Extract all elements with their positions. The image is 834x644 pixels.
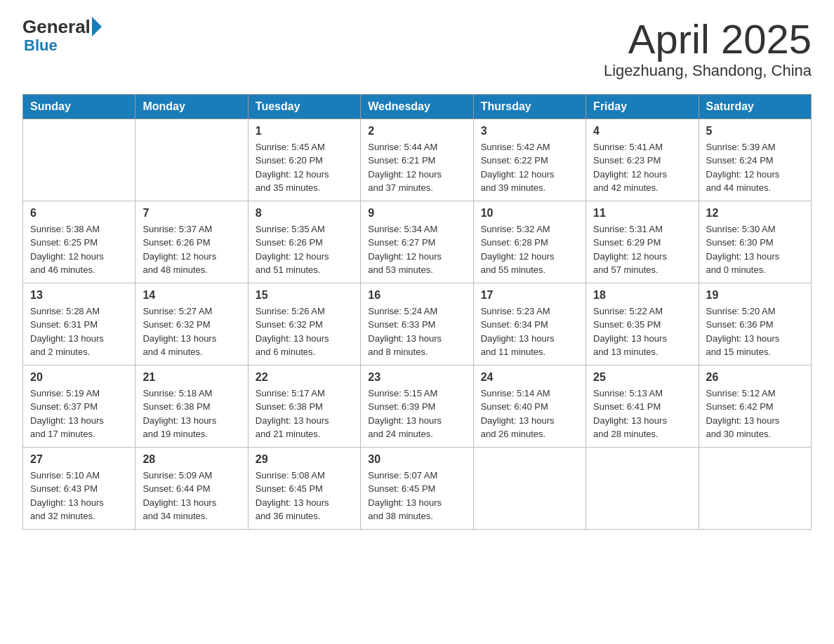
calendar-cell	[135, 119, 248, 201]
calendar-cell: 18Sunrise: 5:22 AMSunset: 6:35 PMDayligh…	[586, 283, 699, 365]
day-number: 15	[256, 289, 353, 302]
day-info: Sunrise: 5:28 AMSunset: 6:31 PMDaylight:…	[30, 304, 128, 359]
calendar-table: SundayMondayTuesdayWednesdayThursdayFrid…	[22, 94, 812, 530]
day-info: Sunrise: 5:39 AMSunset: 6:24 PMDaylight:…	[706, 140, 804, 195]
calendar-cell	[473, 447, 585, 529]
calendar-cell	[23, 119, 135, 201]
logo: General Blue	[22, 17, 102, 55]
calendar-cell: 13Sunrise: 5:28 AMSunset: 6:31 PMDayligh…	[23, 283, 135, 365]
day-number: 9	[368, 207, 465, 220]
calendar-cell: 8Sunrise: 5:35 AMSunset: 6:26 PMDaylight…	[248, 201, 360, 283]
day-info: Sunrise: 5:35 AMSunset: 6:26 PMDaylight:…	[256, 222, 353, 277]
calendar-week-row: 13Sunrise: 5:28 AMSunset: 6:31 PMDayligh…	[23, 283, 812, 365]
day-number: 28	[143, 453, 240, 466]
calendar-cell: 11Sunrise: 5:31 AMSunset: 6:29 PMDayligh…	[586, 201, 699, 283]
calendar-header-tuesday: Tuesday	[248, 94, 360, 119]
day-info: Sunrise: 5:22 AMSunset: 6:35 PMDaylight:…	[593, 304, 691, 359]
day-info: Sunrise: 5:26 AMSunset: 6:32 PMDaylight:…	[256, 304, 353, 359]
calendar-cell	[586, 447, 699, 529]
calendar-cell: 20Sunrise: 5:19 AMSunset: 6:37 PMDayligh…	[23, 365, 135, 447]
calendar-cell: 26Sunrise: 5:12 AMSunset: 6:42 PMDayligh…	[699, 365, 811, 447]
day-info: Sunrise: 5:34 AMSunset: 6:27 PMDaylight:…	[368, 222, 465, 277]
calendar-week-row: 27Sunrise: 5:10 AMSunset: 6:43 PMDayligh…	[23, 447, 812, 529]
day-info: Sunrise: 5:08 AMSunset: 6:45 PMDaylight:…	[256, 469, 353, 523]
day-number: 6	[30, 207, 128, 220]
calendar-cell: 25Sunrise: 5:13 AMSunset: 6:41 PMDayligh…	[586, 365, 699, 447]
calendar-cell: 4Sunrise: 5:41 AMSunset: 6:23 PMDaylight…	[586, 119, 699, 201]
calendar-week-row: 6Sunrise: 5:38 AMSunset: 6:25 PMDaylight…	[23, 201, 812, 283]
day-number: 8	[256, 207, 353, 220]
calendar-cell: 1Sunrise: 5:45 AMSunset: 6:20 PMDaylight…	[248, 119, 360, 201]
calendar-cell: 29Sunrise: 5:08 AMSunset: 6:45 PMDayligh…	[248, 447, 360, 529]
day-number: 19	[706, 289, 804, 302]
calendar-cell: 21Sunrise: 5:18 AMSunset: 6:38 PMDayligh…	[135, 365, 248, 447]
day-number: 24	[481, 371, 578, 384]
day-number: 4	[593, 125, 691, 137]
day-info: Sunrise: 5:38 AMSunset: 6:25 PMDaylight:…	[30, 222, 128, 277]
day-number: 12	[706, 207, 804, 220]
calendar-cell	[699, 447, 811, 529]
day-info: Sunrise: 5:32 AMSunset: 6:28 PMDaylight:…	[481, 222, 578, 277]
day-number: 30	[368, 453, 465, 466]
day-info: Sunrise: 5:27 AMSunset: 6:32 PMDaylight:…	[143, 304, 240, 359]
calendar-cell: 24Sunrise: 5:14 AMSunset: 6:40 PMDayligh…	[473, 365, 585, 447]
day-number: 23	[368, 371, 465, 384]
calendar-header-saturday: Saturday	[699, 94, 811, 119]
calendar-header-row: SundayMondayTuesdayWednesdayThursdayFrid…	[23, 94, 812, 119]
day-number: 17	[481, 289, 578, 302]
day-number: 5	[706, 125, 804, 137]
logo-blue-text: Blue	[24, 36, 58, 54]
day-info: Sunrise: 5:24 AMSunset: 6:33 PMDaylight:…	[368, 304, 465, 359]
day-number: 13	[30, 289, 128, 302]
day-number: 11	[593, 207, 691, 220]
calendar-week-row: 1Sunrise: 5:45 AMSunset: 6:20 PMDaylight…	[23, 119, 812, 201]
day-info: Sunrise: 5:37 AMSunset: 6:26 PMDaylight:…	[143, 222, 240, 277]
day-info: Sunrise: 5:23 AMSunset: 6:34 PMDaylight:…	[481, 304, 578, 359]
title-block: April 2025 Ligezhuang, Shandong, China	[604, 17, 812, 80]
day-number: 21	[143, 371, 240, 384]
day-number: 26	[706, 371, 804, 384]
calendar-cell: 28Sunrise: 5:09 AMSunset: 6:44 PMDayligh…	[135, 447, 248, 529]
day-info: Sunrise: 5:45 AMSunset: 6:20 PMDaylight:…	[256, 140, 353, 195]
day-info: Sunrise: 5:42 AMSunset: 6:22 PMDaylight:…	[481, 140, 578, 195]
calendar-week-row: 20Sunrise: 5:19 AMSunset: 6:37 PMDayligh…	[23, 365, 812, 447]
calendar-header-thursday: Thursday	[473, 94, 585, 119]
page-header: General Blue April 2025 Ligezhuang, Shan…	[22, 17, 812, 80]
calendar-cell: 16Sunrise: 5:24 AMSunset: 6:33 PMDayligh…	[361, 283, 473, 365]
day-info: Sunrise: 5:12 AMSunset: 6:42 PMDaylight:…	[706, 387, 804, 441]
day-info: Sunrise: 5:14 AMSunset: 6:40 PMDaylight:…	[481, 387, 578, 441]
calendar-cell: 27Sunrise: 5:10 AMSunset: 6:43 PMDayligh…	[23, 447, 135, 529]
day-number: 27	[30, 453, 128, 466]
calendar-cell: 6Sunrise: 5:38 AMSunset: 6:25 PMDaylight…	[23, 201, 135, 283]
day-info: Sunrise: 5:20 AMSunset: 6:36 PMDaylight:…	[706, 304, 804, 359]
calendar-cell: 5Sunrise: 5:39 AMSunset: 6:24 PMDaylight…	[699, 119, 811, 201]
calendar-header-wednesday: Wednesday	[361, 94, 473, 119]
logo-general-text: General	[22, 18, 91, 36]
calendar-cell: 3Sunrise: 5:42 AMSunset: 6:22 PMDaylight…	[473, 119, 585, 201]
day-info: Sunrise: 5:41 AMSunset: 6:23 PMDaylight:…	[593, 140, 691, 195]
day-number: 7	[143, 207, 240, 220]
logo-arrow-icon	[92, 17, 102, 36]
day-number: 1	[256, 125, 353, 137]
calendar-cell: 17Sunrise: 5:23 AMSunset: 6:34 PMDayligh…	[473, 283, 585, 365]
calendar-cell: 15Sunrise: 5:26 AMSunset: 6:32 PMDayligh…	[248, 283, 360, 365]
day-number: 25	[593, 371, 691, 384]
day-info: Sunrise: 5:15 AMSunset: 6:39 PMDaylight:…	[368, 387, 465, 441]
calendar-cell: 10Sunrise: 5:32 AMSunset: 6:28 PMDayligh…	[473, 201, 585, 283]
calendar-cell: 23Sunrise: 5:15 AMSunset: 6:39 PMDayligh…	[361, 365, 473, 447]
day-info: Sunrise: 5:19 AMSunset: 6:37 PMDaylight:…	[30, 387, 128, 441]
day-number: 20	[30, 371, 128, 384]
day-number: 29	[256, 453, 353, 466]
calendar-cell: 19Sunrise: 5:20 AMSunset: 6:36 PMDayligh…	[699, 283, 811, 365]
day-info: Sunrise: 5:18 AMSunset: 6:38 PMDaylight:…	[143, 387, 240, 441]
calendar-header-sunday: Sunday	[23, 94, 135, 119]
day-number: 3	[481, 125, 578, 137]
day-number: 2	[368, 125, 465, 137]
calendar-cell: 2Sunrise: 5:44 AMSunset: 6:21 PMDaylight…	[361, 119, 473, 201]
calendar-cell: 7Sunrise: 5:37 AMSunset: 6:26 PMDaylight…	[135, 201, 248, 283]
day-info: Sunrise: 5:44 AMSunset: 6:21 PMDaylight:…	[368, 140, 465, 195]
day-info: Sunrise: 5:30 AMSunset: 6:30 PMDaylight:…	[706, 222, 804, 277]
location-title: Ligezhuang, Shandong, China	[604, 62, 812, 80]
calendar-cell: 12Sunrise: 5:30 AMSunset: 6:30 PMDayligh…	[699, 201, 811, 283]
day-info: Sunrise: 5:07 AMSunset: 6:45 PMDaylight:…	[368, 469, 465, 523]
